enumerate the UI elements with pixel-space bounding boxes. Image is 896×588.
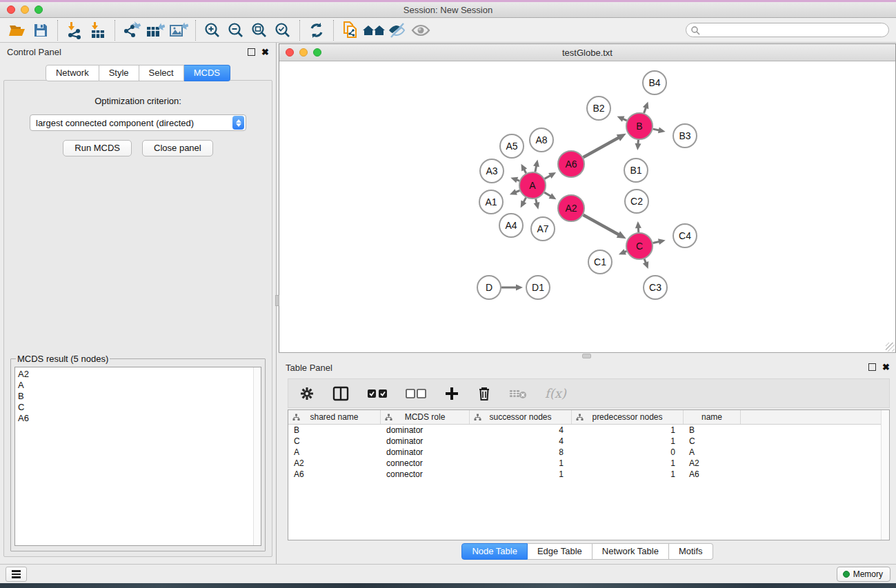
save-session-icon[interactable] (29, 19, 52, 41)
clone-network-icon[interactable] (339, 19, 362, 41)
column-header-name[interactable]: name (684, 410, 741, 424)
edge-A2-C[interactable] (583, 215, 619, 235)
edge-A6-B[interactable] (583, 137, 619, 157)
table-panel-title: Table Panel (286, 363, 332, 373)
splitter-handle[interactable] (582, 354, 591, 358)
split-view-icon[interactable] (332, 386, 349, 401)
zoom-selected-icon[interactable] (271, 19, 295, 41)
cell-predecessor-nodes[interactable]: 1 (572, 469, 684, 479)
home-icon[interactable] (362, 19, 386, 41)
delete-table-icon[interactable] (509, 388, 527, 399)
hide-graphics-icon[interactable] (386, 19, 409, 41)
cell-predecessor-nodes[interactable]: 1 (572, 425, 684, 435)
tab-select[interactable]: Select (139, 65, 184, 81)
mcds-tab-content: Optimization criterion: largest connecte… (3, 80, 272, 557)
column-header-shared-name[interactable]: shared name (288, 410, 381, 424)
float-panel-icon[interactable] (248, 48, 255, 56)
task-history-button[interactable] (6, 567, 27, 582)
criterion-select[interactable]: largest connected component (directed) (30, 114, 246, 131)
cell-predecessor-nodes[interactable]: 1 (572, 458, 684, 468)
add-column-icon[interactable] (444, 386, 459, 401)
cell-name[interactable]: C (684, 436, 741, 446)
result-scrollbar[interactable] (253, 367, 261, 545)
function-builder-icon[interactable]: f(x) (545, 386, 566, 401)
zoom-fit-icon[interactable] (248, 19, 271, 41)
close-panel-icon[interactable]: ✖ (261, 48, 269, 56)
cell-successor-nodes[interactable]: 1 (470, 469, 572, 479)
cell-shared-name[interactable]: A2 (288, 458, 381, 468)
cell-name[interactable]: A2 (684, 458, 741, 468)
table-row[interactable]: Adominator80A (288, 447, 889, 458)
export-network-icon[interactable] (120, 19, 143, 41)
deselect-all-icon[interactable] (406, 388, 426, 399)
network-canvas[interactable]: B4B2BB3A5A8A6A3AA1B1C2A2A4A7CC1C4C3DD1 (280, 61, 895, 352)
tab-style[interactable]: Style (99, 65, 139, 81)
cell-shared-name[interactable]: C (288, 436, 381, 446)
run-mcds-button[interactable]: Run MCDS (63, 140, 132, 156)
mcds-result-list[interactable]: A2ABCA6 (14, 367, 261, 546)
tab-node-table[interactable]: Node Table (461, 543, 528, 560)
open-file-icon[interactable] (6, 19, 29, 41)
column-header-MCDS-role[interactable]: MCDS role (381, 410, 470, 424)
table-row[interactable]: Bdominator41B (288, 425, 889, 436)
cell-name[interactable]: B (684, 425, 741, 435)
cell-shared-name[interactable]: B (288, 425, 381, 435)
cell-MCDS-role[interactable]: dominator (381, 436, 470, 446)
cell-MCDS-role[interactable]: dominator (381, 425, 470, 435)
network-graph[interactable]: B4B2BB3A5A8A6A3AA1B1C2A2A4A7CC1C4C3DD1 (280, 61, 895, 352)
column-header-predecessor-nodes[interactable]: predecessor nodes (572, 410, 684, 424)
cell-predecessor-nodes[interactable]: 0 (572, 447, 684, 457)
column-header-successor-nodes[interactable]: successor nodes (470, 410, 572, 424)
zoom-in-icon[interactable] (201, 19, 224, 41)
cell-MCDS-role[interactable]: connector (381, 458, 470, 468)
node-label-B2: B2 (593, 103, 604, 114)
control-panel: Control Panel ✖ NetworkStyleSelectMCDS O… (0, 43, 277, 564)
cell-predecessor-nodes[interactable]: 1 (572, 436, 684, 446)
memory-button[interactable]: Memory (837, 567, 890, 582)
zoom-out-icon[interactable] (224, 19, 248, 41)
cell-name[interactable]: A (684, 447, 741, 457)
float-panel-icon[interactable] (868, 363, 876, 371)
export-image-icon[interactable] (167, 19, 190, 41)
delete-column-icon[interactable] (477, 386, 491, 401)
cell-name[interactable]: A6 (684, 469, 741, 479)
cell-successor-nodes[interactable]: 4 (470, 436, 572, 446)
result-item[interactable]: A (18, 380, 261, 391)
tab-edge-table[interactable]: Edge Table (528, 543, 593, 560)
cell-successor-nodes[interactable]: 8 (470, 447, 572, 457)
table-row[interactable]: Cdominator41C (288, 436, 889, 447)
export-table-icon[interactable] (143, 19, 167, 41)
result-item[interactable]: A2 (18, 369, 261, 380)
eye-icon[interactable] (409, 19, 432, 41)
result-item[interactable]: C (18, 402, 261, 413)
cell-successor-nodes[interactable]: 4 (470, 425, 572, 435)
network-window-titlebar[interactable]: testGlobe.txt (279, 44, 895, 61)
refresh-layout-icon[interactable] (305, 19, 328, 41)
import-network-icon[interactable] (63, 19, 86, 41)
horizontal-splitter[interactable] (279, 352, 896, 358)
cell-MCDS-role[interactable]: connector (381, 469, 470, 479)
vertical-splitter-handle[interactable] (275, 295, 279, 306)
import-table-icon[interactable] (86, 19, 110, 41)
search-input[interactable] (686, 23, 889, 37)
gear-icon[interactable] (299, 386, 315, 401)
cell-successor-nodes[interactable]: 1 (470, 458, 572, 468)
tab-network[interactable]: Network (46, 65, 99, 81)
close-panel-icon[interactable]: ✖ (882, 363, 890, 371)
select-all-icon[interactable] (367, 388, 388, 399)
cell-shared-name[interactable]: A (288, 447, 381, 457)
tab-network-table[interactable]: Network Table (593, 543, 669, 560)
result-item[interactable]: A6 (18, 413, 261, 424)
cell-MCDS-role[interactable]: dominator (381, 447, 470, 457)
node-table: shared nameMCDS rolesuccessor nodesprede… (288, 409, 890, 540)
search-icon (690, 26, 700, 35)
cell-shared-name[interactable]: A6 (288, 469, 381, 479)
table-row[interactable]: A6connector11A6 (288, 469, 889, 480)
tab-mcds[interactable]: MCDS (184, 65, 230, 81)
window-resize-grip[interactable] (886, 343, 895, 352)
tab-motifs[interactable]: Motifs (669, 543, 713, 560)
table-row[interactable]: A2connector11A2 (288, 458, 889, 469)
close-panel-button[interactable]: Close panel (142, 140, 213, 156)
table-scrollbar[interactable] (881, 410, 889, 540)
result-item[interactable]: B (18, 391, 261, 402)
